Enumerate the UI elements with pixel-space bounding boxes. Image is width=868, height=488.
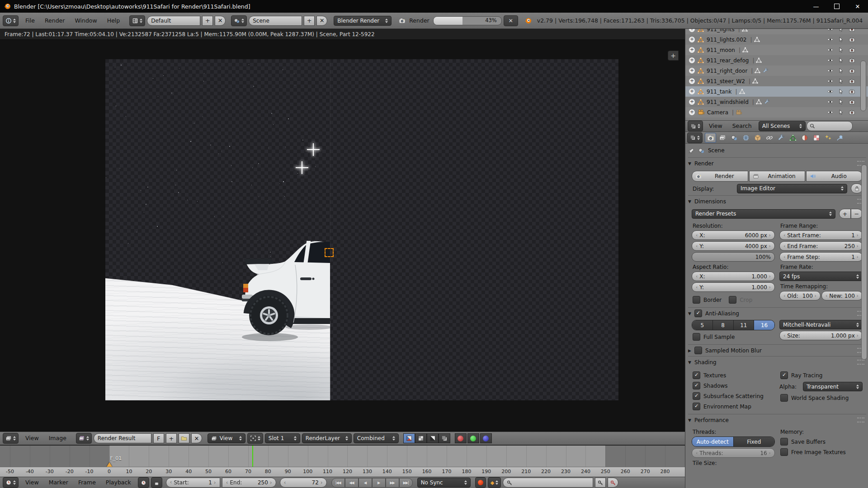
editor-type-selector[interactable] (688, 121, 703, 131)
active-keying-set-field[interactable] (503, 478, 593, 488)
layout-icon-button[interactable] (129, 15, 145, 26)
renderability-camera-icon[interactable] (849, 78, 855, 84)
menu-file[interactable]: File (20, 15, 40, 27)
object-name[interactable]: 911_lights (707, 29, 735, 33)
editor-type-selector[interactable] (687, 132, 703, 143)
object-name[interactable]: 911_windshield (707, 99, 749, 105)
image-menu-image[interactable]: Image (44, 432, 71, 444)
preview-range-button[interactable] (138, 477, 149, 488)
render-button[interactable]: Render (692, 171, 748, 182)
dimensions-panel-header[interactable]: ▼ Dimensions (688, 195, 866, 207)
end-frame-field[interactable]: ‹ End: 250 › (222, 478, 276, 488)
delete-keyframe-button[interactable] (608, 478, 618, 488)
jump-to-end-button[interactable]: ▶▶| (399, 478, 413, 488)
object-name[interactable]: 911_steer_W2 (707, 78, 745, 84)
selectability-cursor-icon[interactable] (838, 57, 844, 63)
panel-expand-button[interactable]: + (668, 51, 679, 61)
renderability-camera-icon[interactable] (849, 67, 855, 74)
expand-icon[interactable]: + (689, 109, 695, 115)
selectability-cursor-icon[interactable] (838, 78, 844, 84)
channel-copy-button[interactable] (439, 433, 450, 443)
jump-to-start-button[interactable]: |◀◀ (331, 478, 345, 488)
border-checkbox[interactable]: Border (693, 296, 722, 304)
expand-icon[interactable]: + (689, 57, 695, 63)
anti-aliasing-checkbox[interactable]: ✓ (694, 310, 702, 317)
auto-keyframe-button[interactable] (475, 477, 486, 488)
renderability-camera-icon[interactable] (849, 57, 855, 64)
object-name[interactable]: 911_right_door (707, 68, 747, 74)
image-datablock-field[interactable]: Render Result (94, 433, 151, 443)
display-filter-dropdown[interactable]: All Scenes (759, 121, 806, 131)
visibility-eye-icon[interactable] (827, 57, 834, 64)
tab-modifiers[interactable] (775, 133, 787, 143)
maximize-button[interactable] (826, 0, 847, 13)
render-engine-dropdown[interactable]: Blender Render (334, 16, 392, 26)
channel-blue-button[interactable] (480, 433, 492, 443)
editor-type-selector[interactable] (3, 477, 19, 488)
channel-alpha-button[interactable] (415, 433, 427, 443)
tab-object-data[interactable] (787, 133, 798, 143)
aspect-x-field[interactable]: ‹ X:1.000 › (692, 272, 775, 281)
selectability-cursor-icon[interactable] (838, 29, 844, 32)
channel-green-button[interactable] (467, 433, 479, 443)
visibility-eye-icon[interactable] (827, 29, 834, 33)
previous-keyframe-button[interactable]: ◀◀ (345, 478, 359, 488)
visibility-eye-icon[interactable] (827, 78, 834, 84)
aspect-y-field[interactable]: ‹ Y:1.000 › (692, 282, 775, 292)
tab-world[interactable] (740, 133, 751, 143)
tab-physics[interactable] (834, 133, 845, 143)
current-frame-field[interactable]: ‹ 72 › (280, 478, 327, 488)
channel-zdepth-button[interactable] (427, 433, 439, 443)
display-dropdown[interactable]: Image Editor (737, 184, 847, 193)
new-image-button[interactable]: + (166, 433, 177, 443)
object-name[interactable]: 911_tank (707, 89, 732, 95)
aa-sample-11[interactable]: 11 (734, 320, 755, 330)
outliner-row[interactable]: +911_right_door| (685, 66, 868, 76)
lock-frame-button[interactable] (151, 477, 162, 488)
frame-rate-dropdown[interactable]: 24 fps (779, 272, 863, 281)
tab-constraints[interactable] (764, 133, 775, 143)
visibility-eye-icon[interactable] (827, 47, 834, 53)
layout-name-field[interactable]: Default (147, 16, 200, 26)
add-layout-button[interactable]: + (202, 16, 213, 26)
start-frame-field[interactable]: ‹ Start Frame:1 › (779, 230, 863, 240)
add-preset-button[interactable]: + (839, 209, 851, 219)
render-panel-header[interactable]: ▼ Render (688, 157, 866, 169)
timeline-track[interactable]: F_01 (0, 446, 685, 467)
anti-aliasing-panel-header[interactable]: ▼ ✓ Anti-Aliasing (688, 307, 866, 319)
tab-material[interactable] (799, 133, 810, 143)
motion-blur-checkbox[interactable] (694, 347, 702, 354)
timeline-menu-view[interactable]: View (20, 477, 44, 488)
play-reverse-button[interactable]: ◀ (359, 478, 372, 488)
selectability-cursor-icon[interactable] (838, 109, 844, 115)
outliner-row[interactable]: +911_tank| (685, 86, 868, 97)
selectability-cursor-icon[interactable] (838, 47, 844, 53)
tab-object[interactable] (752, 133, 763, 143)
outliner-row[interactable]: +Camera| (685, 107, 868, 117)
play-button[interactable]: ▶ (372, 478, 386, 488)
insert-keyframe-button[interactable] (595, 478, 606, 488)
menu-help[interactable]: Help (102, 15, 125, 27)
scene-icon-button[interactable] (231, 15, 247, 26)
expand-icon[interactable]: + (689, 29, 695, 32)
tab-render[interactable] (705, 133, 716, 143)
add-scene-button[interactable]: + (304, 16, 315, 26)
menu-window[interactable]: Window (70, 15, 102, 27)
renderability-camera-icon[interactable] (849, 47, 855, 53)
threads-mode-fixed[interactable]: Fixed (734, 437, 775, 446)
frame-step-field[interactable]: ‹ Frame Step:1 › (779, 252, 863, 262)
animation-button[interactable]: Animation (749, 171, 806, 182)
aa-sample-16[interactable]: 16 (754, 320, 774, 330)
timeline-menu-marker[interactable]: Marker (44, 477, 73, 488)
start-frame-field[interactable]: ‹ Start: 1 › (166, 478, 220, 488)
minimize-button[interactable]: — (806, 0, 826, 13)
renderability-camera-icon[interactable] (849, 36, 855, 43)
remap-old-field[interactable]: ‹ Old:100 › (779, 291, 821, 300)
alpha-mode-dropdown[interactable]: Transparent (803, 382, 863, 391)
timeline-marker[interactable]: F_01 (107, 462, 112, 467)
environment-map-checkbox[interactable]: ✓Environment Map (693, 403, 774, 410)
outliner-row[interactable]: +911_steer_W2| (685, 76, 868, 86)
selectability-cursor-icon[interactable] (838, 68, 844, 74)
cancel-render-button[interactable]: ✕ (504, 15, 518, 26)
keying-set-button[interactable]: ◆ (488, 477, 501, 488)
